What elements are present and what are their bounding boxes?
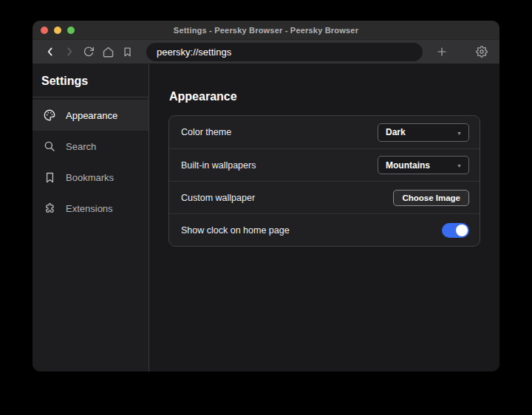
chevron-down-icon: ▼ [457,130,462,135]
sidebar-item-appearance[interactable]: Appearance [33,100,149,131]
traffic-lights [41,21,75,39]
sidebar-item-label: Extensions [66,203,113,214]
palette-icon [43,109,56,122]
back-button[interactable] [41,43,59,61]
plus-icon [436,46,448,58]
refresh-button[interactable] [80,43,98,61]
settings-sidebar: Settings Appearance Search [33,64,149,371]
setting-row-custom-wallpaper: Custom wallpaper Choose Image [169,181,480,213]
browser-window: Settings - Peersky Browser - Peersky Bro… [33,21,499,371]
setting-row-show-clock: Show clock on home page [169,213,480,246]
setting-label: Built-in wallpapers [181,160,256,171]
setting-label: Color theme [181,127,231,137]
wallpaper-select[interactable]: Mountains ▼ [378,156,469,174]
puzzle-icon [43,202,56,215]
sidebar-item-label: Search [66,141,96,152]
minimize-button[interactable] [54,27,61,34]
chevron-down-icon: ▼ [457,163,462,168]
magnifier-icon [43,140,56,153]
selected-value: Dark [386,127,406,137]
setting-label: Custom wallpaper [181,193,255,203]
home-button[interactable] [99,43,117,61]
address-bar[interactable]: peersky://settings [146,43,423,61]
sidebar-item-label: Bookmarks [66,172,114,183]
browser-toolbar: peersky://settings [33,40,499,64]
color-theme-select[interactable]: Dark ▼ [378,123,469,142]
forward-button[interactable] [61,43,78,61]
choose-image-button[interactable]: Choose Image [393,190,469,206]
setting-row-builtin-wallpapers: Built-in wallpapers Mountains ▼ [169,148,480,181]
browser-settings-button[interactable] [473,43,491,61]
desktop-background: Settings - Peersky Browser - Peersky Bro… [0,0,532,415]
sidebar-item-label: Appearance [66,110,117,121]
refresh-icon [83,46,95,58]
sidebar-heading: Settings [33,64,149,97]
bookmark-icon [122,47,133,58]
selected-value: Mountains [386,160,430,171]
new-tab-button[interactable] [433,43,451,61]
setting-label: Show clock on home page [181,225,290,236]
zoom-button[interactable] [67,27,75,34]
gear-icon [476,46,488,58]
bookmark-icon [43,171,56,184]
clock-toggle[interactable] [442,223,469,238]
home-icon [102,46,115,58]
sidebar-item-search[interactable]: Search [33,131,149,162]
sidebar-items: Appearance Search Bookmarks [33,100,149,224]
address-url: peersky://settings [157,47,231,58]
window-body: Settings Appearance Search [33,64,499,371]
sidebar-item-bookmarks[interactable]: Bookmarks [33,162,149,193]
chevron-left-icon [44,46,56,58]
page-title: Appearance [169,90,480,103]
settings-content: Appearance Color theme Dark ▼ Built-in w… [149,64,499,371]
sidebar-item-extensions[interactable]: Extensions [33,193,149,224]
appearance-settings-card: Color theme Dark ▼ Built-in wallpapers M… [168,115,480,247]
window-title: Settings - Peersky Browser - Peersky Bro… [174,26,358,35]
close-button[interactable] [41,27,48,34]
bookmark-page-button[interactable] [118,43,136,61]
titlebar[interactable]: Settings - Peersky Browser - Peersky Bro… [33,21,499,40]
setting-row-color-theme: Color theme Dark ▼ [169,116,480,148]
chevron-right-icon [64,46,75,58]
toggle-knob [456,224,468,236]
